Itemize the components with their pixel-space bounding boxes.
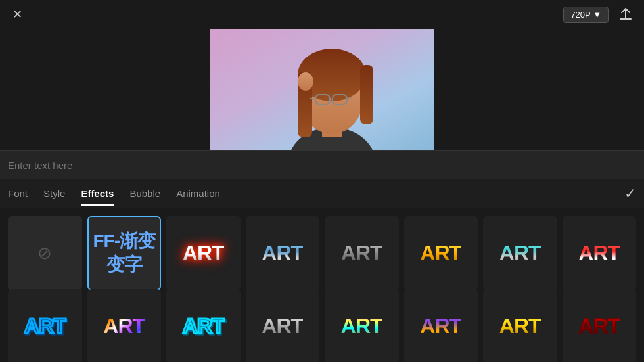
effect-art-r2-2[interactable]: ART [87, 289, 162, 362]
effect-art-r2-8[interactable]: ART [563, 289, 637, 362]
tab-animation[interactable]: Animation [176, 181, 220, 206]
effect-label: ART [341, 241, 382, 265]
effect-label: FF-渐变变字 [93, 229, 155, 277]
effect-label: ART [103, 314, 145, 338]
effect-label: ART [24, 314, 66, 338]
effect-art-r2-6[interactable]: ART [404, 289, 478, 362]
effect-none[interactable]: ⊘ [8, 216, 82, 290]
tab-style[interactable]: Style [43, 181, 65, 206]
effect-art-r2-1[interactable]: ART [8, 289, 82, 362]
top-bar: ✕ 720P ▼ [0, 0, 644, 29]
svg-point-7 [298, 72, 313, 91]
tabs: Font Style Effects Bubble Animation [8, 181, 220, 206]
effect-art-r3[interactable]: ART [325, 216, 399, 290]
effect-label: ART [183, 314, 224, 338]
effect-label: ART [578, 241, 620, 265]
quality-selector[interactable]: 720P ▼ [563, 7, 609, 23]
text-input-bar: That's Amazing! [0, 150, 644, 179]
effect-ff-grad[interactable]: FF-渐变变字 [87, 216, 162, 290]
confirm-button[interactable]: ✓ [624, 185, 636, 202]
top-right-controls: 720P ▼ [563, 4, 636, 25]
effect-art-r2-4[interactable]: ART [246, 289, 320, 362]
effect-label: ART [499, 314, 541, 338]
effect-art-r2-5[interactable]: ART [325, 289, 399, 362]
effect-label: ART [420, 241, 461, 265]
tab-font[interactable]: Font [8, 181, 28, 206]
tab-effects[interactable]: Effects [81, 181, 114, 206]
effect-art-r1[interactable]: ART [166, 216, 241, 290]
effect-label: ART [183, 241, 224, 265]
effect-label: ART [341, 314, 382, 338]
upload-button[interactable] [615, 4, 636, 25]
effect-art-r2-7[interactable]: ART [483, 289, 557, 362]
none-icon: ⊘ [37, 243, 52, 263]
close-button[interactable]: ✕ [8, 5, 26, 24]
effect-art-r4[interactable]: ART [404, 216, 478, 290]
tab-bar: Font Style Effects Bubble Animation ✓ [0, 179, 644, 208]
video-preview [0, 29, 644, 150]
effect-label: ART [262, 241, 303, 265]
tab-bubble[interactable]: Bubble [129, 181, 160, 206]
effect-art-r5[interactable]: ART [483, 216, 557, 290]
svg-rect-6 [360, 65, 373, 124]
text-input[interactable]: That's Amazing! [8, 160, 636, 171]
video-thumbnail [210, 29, 434, 150]
effect-art-r2[interactable]: ART [246, 216, 320, 290]
effect-art-r2-3[interactable]: ART [166, 289, 241, 362]
effect-label: ART [420, 314, 461, 338]
effect-art-r6[interactable]: ART [563, 216, 637, 290]
effects-grid: ⊘ FF-渐变变字 ART ART ART ART ART ART ART AR… [0, 208, 644, 362]
effect-label: ART [578, 314, 620, 338]
effect-label: ART [262, 314, 303, 338]
effect-label: ART [499, 241, 541, 265]
